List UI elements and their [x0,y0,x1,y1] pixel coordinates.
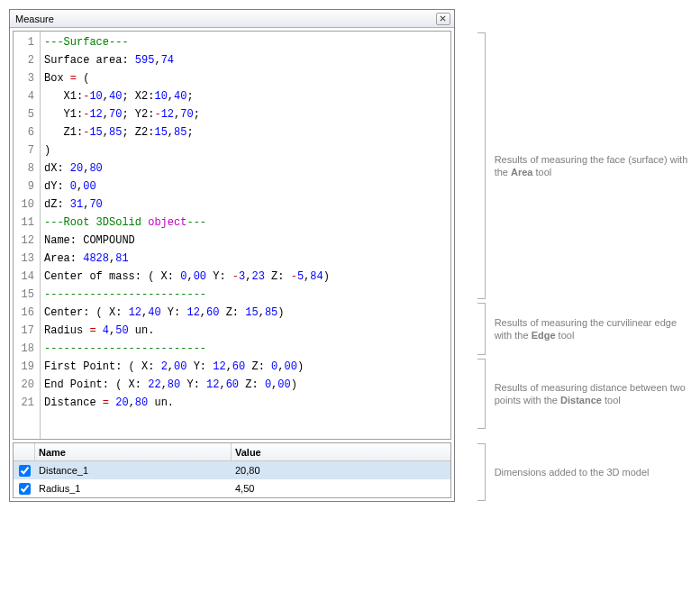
code-line: Center: ( X: 12,40 Y: 12,60 Z: 15,85) [44,304,330,322]
code-line: ) [44,141,330,159]
panel-title: Measure [15,14,54,24]
code-line: ---Surface--- [44,33,330,51]
annotation: Results of measuring distance between tw… [468,359,689,429]
annotations: Results of measuring the face (surface) … [468,9,691,502]
code-line: ------------------------- [44,340,330,358]
row-name: Distance_1 [35,465,232,476]
annotation-text: Results of measuring distance between tw… [495,381,689,406]
bracket-icon [468,32,486,299]
row-name: Radius_1 [35,483,232,494]
row-checkbox[interactable] [19,483,31,495]
annotation: Results of measuring the face (surface) … [468,32,689,299]
measure-panel: Measure 12345678910111213141516171819202… [9,9,455,502]
annotation-text: Results of measuring the curvilinear edg… [495,316,689,342]
code-line: dX: 20,80 [44,159,330,178]
dimensions-table: Name Value Distance_120,80Radius_14,50 [13,442,451,498]
code-line: End Point: ( X: 22,80 Y: 12,60 Z: 0,00) [44,376,330,394]
annotation-text: Results of measuring the face (surface) … [495,153,689,178]
code-line: Center of mass: ( X: 0,00 Y: -3,23 Z: -5… [44,268,330,286]
table-header: Name Value [14,443,450,461]
annotation-text: Dimensions added to the 3D model [495,466,650,478]
close-icon [440,15,446,22]
titlebar[interactable]: Measure [10,10,454,28]
code-line: Distance = 20,80 un. [44,394,330,412]
code-line: ---Root 3DSolid object--- [44,214,330,232]
table-body: Distance_120,80Radius_14,50 [14,461,450,497]
col-value[interactable]: Value [232,443,450,460]
code-line: First Point: ( X: 2,00 Y: 12,60 Z: 0,00) [44,358,330,376]
code-line: dY: 0,00 [44,178,330,196]
table-row[interactable]: Distance_120,80 [14,461,450,479]
code-line: Name: COMPOUND [44,232,330,250]
row-checkbox[interactable] [19,465,31,477]
row-value: 4,50 [232,483,450,494]
code-line: Z1:-15,85; Z2:15,85; [44,123,330,141]
code-line: X1:-10,40; X2:10,40; [44,87,330,105]
close-button[interactable] [436,13,450,25]
code-line: Area: 4828,81 [44,250,330,268]
code-line: Y1:-12,70; Y2:-12,70; [44,105,330,123]
code-line: dZ: 31,70 [44,196,330,214]
line-gutter: 123456789101112131415161718192021 [14,32,41,439]
code-lines: ---Surface---Surface area: 595,74Box = (… [41,32,333,439]
col-name[interactable]: Name [35,443,232,460]
annotation: Dimensions added to the 3D model [468,443,650,501]
bracket-icon [468,359,486,429]
code-line: ------------------------- [44,286,330,304]
code-area[interactable]: 123456789101112131415161718192021 ---Sur… [13,31,451,440]
col-check [14,443,35,460]
row-value: 20,80 [232,465,450,476]
code-line: Box = ( [44,69,330,87]
bracket-icon [468,443,486,501]
bracket-icon [468,303,486,355]
table-row[interactable]: Radius_14,50 [14,479,450,497]
code-line: Radius = 4,50 un. [44,322,330,340]
code-line: Surface area: 595,74 [44,51,330,69]
annotation: Results of measuring the curvilinear edg… [468,303,689,355]
